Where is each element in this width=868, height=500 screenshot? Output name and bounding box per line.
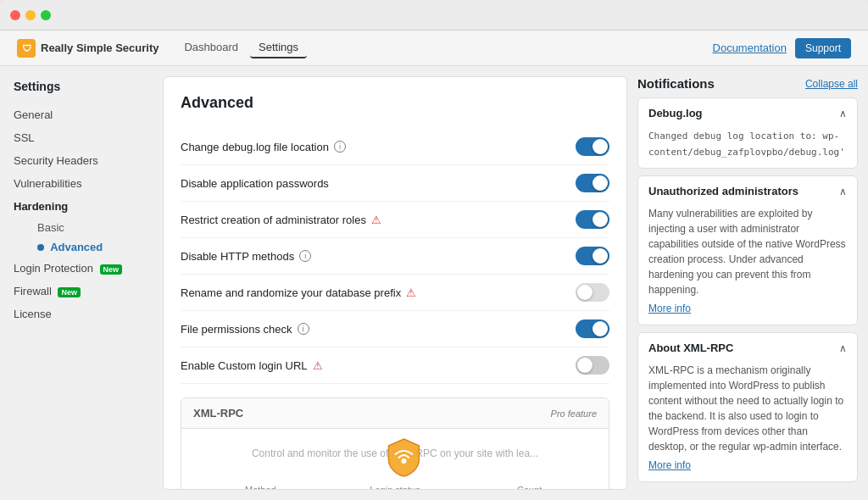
sidebar-item-security-headers[interactable]: Security Headers: [0, 149, 153, 172]
toggle-track-custom-login[interactable]: [576, 356, 609, 375]
chevron-up-icon: ∧: [839, 108, 847, 119]
setting-row-debug-log: Change debug.log file location i: [181, 129, 609, 165]
notifications-title: Notifications: [637, 76, 715, 91]
setting-label-file-permissions: File permissions check i: [181, 323, 576, 336]
toggle-track-db-prefix[interactable]: [576, 283, 609, 302]
setting-label-http-methods: Disable HTTP methods i: [181, 250, 576, 263]
shield-icon: [381, 436, 426, 480]
notif-card-unauthorized-admins-title: Unauthorized administrators: [648, 185, 798, 197]
xml-rpc-header: XML-RPC Pro feature: [181, 398, 609, 429]
toggle-track-file-permissions[interactable]: [576, 319, 609, 338]
notif-card-unauthorized-admins-body: Many vulnerabilities are exploited by in…: [638, 206, 857, 325]
top-nav: 🛡 Really Simple Security Dashboard Setti…: [0, 31, 868, 66]
close-button[interactable]: [10, 10, 20, 20]
toggle-http-methods[interactable]: [576, 247, 609, 265]
setting-row-custom-login: Enable Custom login URL ⚠: [181, 347, 609, 384]
info-icon-http-methods[interactable]: i: [299, 250, 311, 262]
logo-text: Really Simple Security: [41, 42, 159, 54]
chevron-up-icon-3: ∧: [839, 342, 847, 354]
setting-row-file-permissions: File permissions check i: [181, 311, 609, 347]
sidebar-item-ssl[interactable]: SSL: [0, 126, 153, 149]
sidebar-item-firewall[interactable]: Firewall New: [0, 280, 153, 303]
more-info-link-unauthorized[interactable]: More info: [648, 301, 691, 316]
toggle-thumb-debug-log: [593, 139, 608, 154]
notif-card-xml-rpc-header[interactable]: About XML-RPC ∧: [638, 333, 857, 363]
setting-row-admin-roles: Restrict creation of administrator roles…: [181, 202, 609, 238]
collapse-all-link[interactable]: Collapse all: [805, 78, 858, 90]
sidebar-item-hardening[interactable]: Hardening: [0, 195, 153, 218]
setting-row-db-prefix: Rename and randomize your database prefi…: [181, 275, 609, 311]
sidebar-item-license[interactable]: License: [0, 303, 153, 325]
warning-icon-db-prefix: ⚠: [406, 286, 416, 299]
toggle-track-app-passwords[interactable]: [576, 174, 609, 192]
content-area: Advanced Change debug.log file location …: [153, 66, 868, 500]
window-chrome: [0, 0, 868, 31]
notifications-panel: Notifications Collapse all Debug.log ∧ C…: [637, 76, 858, 490]
toggle-thumb-admin-roles: [593, 212, 608, 227]
logo-icon: 🛡: [17, 39, 36, 58]
panel-title: Advanced: [181, 94, 609, 112]
active-dot: [37, 244, 44, 251]
toggle-admin-roles[interactable]: [576, 210, 609, 229]
sidebar-sub-basic[interactable]: Basic: [24, 218, 153, 237]
toggle-track-debug-log[interactable]: [576, 137, 609, 156]
toggle-db-prefix[interactable]: [576, 283, 609, 302]
main-layout: Settings General SSL Security Headers Vu…: [0, 66, 868, 500]
info-icon-file-permissions[interactable]: i: [298, 323, 309, 335]
xml-rpc-table: Method Login status Count Enforced XML-R…: [193, 481, 597, 490]
info-icon-debug-log[interactable]: i: [334, 141, 346, 153]
xml-rpc-section: XML-RPC Pro feature: [181, 397, 609, 490]
notif-card-xml-rpc-body: XML-RPC is a mechanism originally implem…: [638, 363, 857, 481]
setting-label-debug-log: Change debug.log file location i: [181, 141, 576, 153]
toggle-app-passwords[interactable]: [576, 174, 609, 192]
notif-card-debug-log-body: Changed debug log location to: wp-conten…: [638, 128, 857, 168]
toggle-custom-login[interactable]: [576, 356, 609, 375]
sidebar-sub-advanced[interactable]: Advanced: [24, 237, 153, 257]
notif-card-unauthorized-admins-header[interactable]: Unauthorized administrators ∧: [638, 176, 857, 206]
toggle-thumb-db-prefix: [577, 285, 593, 300]
notif-card-debug-log: Debug.log ∧ Changed debug log location t…: [637, 97, 858, 169]
sidebar-item-login-protection[interactable]: Login Protection New: [0, 257, 153, 280]
notif-card-debug-log-title: Debug.log: [648, 107, 703, 119]
main-panel: Advanced Change debug.log file location …: [163, 76, 627, 490]
toggle-thumb-custom-login: [577, 358, 593, 373]
nav-settings[interactable]: Settings: [250, 37, 307, 58]
xml-rpc-pro-label: Pro feature: [551, 408, 597, 419]
notifications-header: Notifications Collapse all: [637, 76, 858, 91]
top-nav-right: Documentation Support: [713, 38, 851, 58]
minimize-button[interactable]: [25, 10, 36, 20]
nav-dashboard[interactable]: Dashboard: [175, 37, 247, 58]
maximize-button[interactable]: [41, 10, 51, 20]
setting-label-db-prefix: Rename and randomize your database prefi…: [181, 286, 576, 299]
sidebar: Settings General SSL Security Headers Vu…: [0, 66, 153, 500]
setting-row-http-methods: Disable HTTP methods i: [181, 238, 609, 275]
setting-label-custom-login: Enable Custom login URL ⚠: [181, 359, 576, 372]
toggle-track-http-methods[interactable]: [576, 247, 609, 265]
toggle-thumb-http-methods: [593, 248, 608, 264]
nav-links: Dashboard Settings: [175, 37, 307, 58]
support-button[interactable]: Support: [795, 38, 851, 58]
svg-point-0: [401, 458, 406, 464]
sidebar-sub-hardening: Basic Advanced: [0, 218, 153, 257]
xml-rpc-body: Control and monitor the use of XML-RPC o…: [181, 429, 609, 490]
notif-card-unauthorized-admins: Unauthorized administrators ∧ Many vulne…: [637, 175, 858, 325]
toggle-track-admin-roles[interactable]: [576, 210, 609, 229]
top-nav-left: 🛡 Really Simple Security Dashboard Setti…: [17, 37, 307, 58]
setting-label-app-passwords: Disable application passwords: [181, 177, 576, 190]
notif-card-debug-log-header[interactable]: Debug.log ∧: [638, 98, 857, 128]
notif-card-xml-rpc: About XML-RPC ∧ XML-RPC is a mechanism o…: [637, 332, 858, 482]
notif-card-xml-rpc-title: About XML-RPC: [648, 342, 733, 354]
sidebar-title: Settings: [0, 80, 153, 103]
setting-row-app-passwords: Disable application passwords: [181, 165, 609, 202]
toggle-debug-log[interactable]: [576, 137, 609, 156]
logo: 🛡 Really Simple Security: [17, 39, 159, 58]
chevron-up-icon-2: ∧: [839, 186, 847, 197]
sidebar-item-general[interactable]: General: [0, 103, 153, 126]
toggle-thumb-file-permissions: [593, 321, 608, 336]
sidebar-item-vulnerabilities[interactable]: Vulnerabilities: [0, 172, 153, 195]
xml-rpc-table-header: Method Login status Count: [193, 481, 597, 490]
more-info-link-xml-rpc[interactable]: More info: [648, 458, 691, 473]
documentation-link[interactable]: Documentation: [713, 42, 787, 54]
warning-icon-admin-roles: ⚠: [371, 214, 381, 226]
toggle-file-permissions[interactable]: [576, 319, 609, 338]
